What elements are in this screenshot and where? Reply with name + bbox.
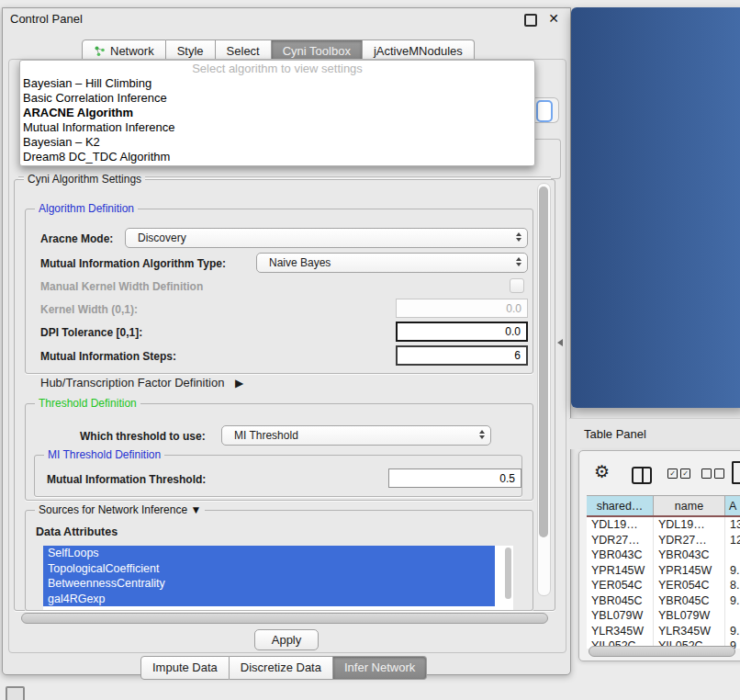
table-h-scrollbar[interactable]	[589, 646, 737, 656]
table-cell	[724, 608, 740, 624]
tab-network-label: Network	[110, 44, 154, 58]
data-attributes-list: SelfLoopsTopologicalCoefficientBetweenne…	[43, 546, 513, 610]
columns-icon[interactable]	[632, 467, 652, 484]
sources-h-scrollbar[interactable]	[21, 613, 548, 624]
table-row[interactable]: YPR145WYPR145W9.	[587, 563, 740, 579]
mi-threshold-label: Mutual Information Threshold:	[47, 473, 206, 486]
kernel-width-field[interactable]: 0.0	[396, 299, 528, 318]
which-threshold-value: MI Threshold	[234, 429, 298, 442]
dpi-tolerance-label: DPI Tolerance [0,1]:	[40, 326, 142, 339]
table-cell: YBR043C	[587, 548, 653, 563]
data-attribute-item[interactable]: BetweennessCentrality	[43, 576, 495, 592]
manual-kernel-label: Manual Kernel Width Definition	[40, 280, 203, 293]
mi-threshold-field[interactable]: 0.5	[388, 469, 521, 488]
table-cell: YER054C	[587, 578, 653, 593]
table-panel-header: Table Panel	[569, 418, 740, 449]
window-title: Control Panel	[10, 12, 83, 26]
table-row[interactable]: YDL19…YDL19…13	[587, 517, 740, 533]
table-body: YDL19…YDL19…13YDR27…YDR27…12YBR043CYBR04…	[587, 517, 740, 649]
attributes-scrollbar-thumb[interactable]	[505, 548, 511, 599]
collapsed-arrow-icon: ▶	[235, 377, 243, 390]
settings-scrollbar-track[interactable]	[537, 183, 551, 596]
network-tab-icon	[94, 45, 106, 57]
table-cell: 8.	[724, 578, 740, 593]
column-header-name[interactable]: name	[653, 496, 724, 515]
table-row[interactable]: YBR043CYBR043C	[587, 548, 740, 563]
aracne-mode-select[interactable]: Discovery	[125, 228, 528, 248]
tab-infer-network[interactable]: Infer Network	[333, 656, 427, 680]
data-attribute-item[interactable]: TopologicalCoefficient	[43, 561, 495, 577]
data-attribute-item[interactable]: SelfLoops	[43, 546, 495, 561]
stepper-icon	[479, 430, 485, 439]
table-cell: YER054C	[653, 578, 724, 593]
table-cell: YDR27…	[587, 533, 653, 548]
table-row[interactable]: YBR045CYBR045C9.	[587, 593, 740, 609]
column-header-shared-name[interactable]: shared…	[587, 496, 653, 515]
table-cell: 9.	[724, 624, 740, 639]
file-icon[interactable]	[732, 461, 740, 484]
table-row[interactable]: YLR345WYLR345W9.	[587, 624, 740, 639]
manual-kernel-checkbox[interactable]	[510, 278, 524, 293]
table-cell: YDL19…	[587, 517, 653, 533]
tab-discretize-data[interactable]: Discretize Data	[230, 656, 333, 680]
settings-scrollbar-thumb[interactable]	[539, 186, 548, 537]
table-cell: 13	[724, 517, 740, 533]
obscured-groupbox-fragment	[534, 139, 561, 179]
select-all-icon2[interactable]: ✓	[680, 469, 690, 479]
hub-factor-expander[interactable]: Hub/Transcription Factor Definition ▶	[40, 376, 243, 390]
table-cell: YPR145W	[587, 563, 653, 579]
table-row[interactable]: YBL079WYBL079W	[587, 608, 740, 624]
deselect-all-icon[interactable]	[701, 469, 712, 479]
deselect-all-icon2[interactable]	[714, 469, 724, 479]
desktop: Control Panel ✕ Network Style Select Cyn…	[0, 0, 740, 700]
table-cell: YPR145W	[653, 563, 724, 579]
apply-button[interactable]: Apply	[254, 629, 319, 650]
cyni-mode-tabs: Impute Data Discretize Data Infer Networ…	[140, 656, 427, 680]
table-panel: ⚙ ✓ ✓ shared… name A YDL19…YDL19…13YDR27…	[578, 450, 740, 661]
stepper-icon	[516, 257, 521, 266]
algorithm-option[interactable]: Bayesian – K2	[20, 135, 534, 150]
table-cell: 12	[724, 533, 740, 548]
mi-threshold-definition-title: MI Threshold Definition	[44, 448, 164, 461]
table-row[interactable]: YDR27…YDR27…12	[587, 533, 740, 548]
sources-group-title[interactable]: Sources for Network Inference ▼	[35, 503, 205, 516]
table-cell: 9.	[724, 593, 740, 609]
table-cell: YLR345W	[653, 624, 724, 639]
algorithm-option[interactable]: Bayesian – Hill Climbing	[20, 76, 534, 91]
table-row[interactable]: YER054CYER054C8.	[587, 578, 740, 593]
table-cell: YDR27…	[653, 533, 724, 548]
table-cell: 9.	[724, 563, 740, 579]
which-threshold-select[interactable]: MI Threshold	[221, 425, 491, 446]
table-cell: YBR043C	[653, 548, 724, 563]
control-panel-titlebar: Control Panel ✕	[3, 8, 570, 30]
table-cell: YDL19…	[653, 517, 724, 533]
data-attribute-item[interactable]: gal4RGexp	[43, 592, 495, 607]
mi-steps-field[interactable]: 6	[396, 345, 528, 366]
table-cell: YBL079W	[653, 608, 724, 624]
float-window-button[interactable]	[524, 14, 537, 27]
column-header-clipped[interactable]: A	[724, 496, 740, 515]
algorithm-option[interactable]: Dream8 DC_TDC Algorithm	[20, 150, 534, 164]
algorithm-dropdown-popup: Select algorithm to view settings Bayesi…	[19, 60, 535, 166]
control-panel-window: Control Panel ✕ Network Style Select Cyn…	[2, 7, 571, 675]
mi-algorithm-type-select[interactable]: Naive Bayes	[256, 253, 528, 273]
select-all-icon[interactable]: ✓	[667, 469, 678, 479]
network-window-frame: GALGAL80GAL10GAL1GAL11SWI4GAL4GCY1HAP4YH…	[571, 7, 740, 408]
algorithm-option[interactable]: Basic Correlation Inference	[20, 91, 534, 106]
table-cell	[724, 548, 740, 563]
obscured-combo-fragment	[534, 97, 559, 123]
settings-group-title: Cyni Algorithm Settings	[24, 173, 145, 186]
close-window-button[interactable]: ✕	[548, 11, 559, 26]
splitter-collapse-icon[interactable]	[557, 339, 563, 346]
algorithm-option[interactable]: Mutual Information Inference	[20, 120, 534, 135]
dock-panel-button[interactable]	[6, 686, 25, 700]
tab-impute-data[interactable]: Impute Data	[140, 656, 230, 680]
algorithm-dropdown-prompt: Select algorithm to view settings	[20, 61, 534, 76]
gear-icon[interactable]: ⚙	[594, 463, 610, 480]
table-panel-title: Table Panel	[584, 427, 646, 441]
table-header-row: shared… name A	[587, 495, 740, 517]
dpi-tolerance-field[interactable]: 0.0	[396, 322, 528, 342]
table-cell: YLR345W	[587, 624, 653, 639]
algorithm-option[interactable]: ARACNE Algorithm	[20, 106, 534, 120]
aracne-mode-label: Aracne Mode:	[40, 232, 113, 245]
